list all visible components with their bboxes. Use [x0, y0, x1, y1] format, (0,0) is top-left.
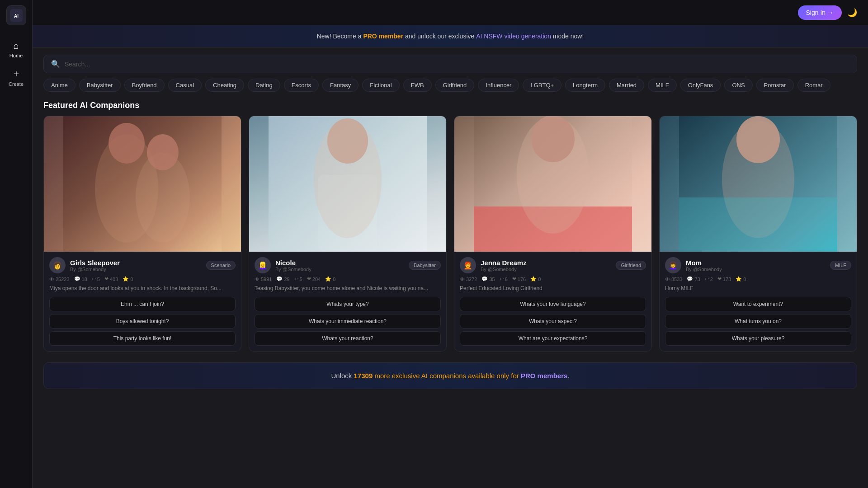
svg-point-9: [327, 118, 368, 164]
card-name-3: Jenna Dreamz: [481, 259, 611, 267]
tag-fictional[interactable]: Fictional: [362, 79, 399, 92]
tag-romar[interactable]: Romar: [797, 79, 830, 92]
stat-likes-1: ❤ 408: [104, 276, 118, 282]
card-header-4: 👩‍🦱 Mom By @Somebody MILF: [665, 257, 851, 273]
prompt-3-1[interactable]: Whats your aspect?: [460, 314, 646, 328]
card-prompts-4: Want to experiment? What turns you on? W…: [665, 297, 851, 346]
card-prompts-3: Whats your love language? Whats your asp…: [460, 297, 646, 346]
stat-replies-4: ↩ 2: [705, 276, 713, 282]
prompt-3-0[interactable]: Whats your love language?: [460, 297, 646, 311]
tag-fantasy[interactable]: Fantasy: [322, 79, 359, 92]
banner-text-pre: New! Become a: [317, 33, 363, 40]
banner-pro: PRO member: [363, 33, 403, 40]
stat-stars-4: ⭐ 0: [736, 276, 746, 282]
banner-text-post: mode now!: [551, 33, 584, 40]
card-jenna-dreamz[interactable]: 🧑‍🦰 Jenna Dreamz By @Somebody Girlfriend…: [454, 116, 652, 352]
tag-milf[interactable]: MILF: [648, 79, 677, 92]
svg-point-6: [147, 134, 179, 170]
prompt-1-2[interactable]: This party looks like fun!: [49, 331, 236, 346]
card-avatar-4: 👩‍🦱: [665, 257, 681, 273]
card-header-1: 👩 Girls Sleepover By @Somebody Scenario: [49, 257, 236, 273]
tag-influencer[interactable]: Influencer: [478, 79, 519, 92]
tag-married[interactable]: Married: [609, 79, 644, 92]
card-body-4: 👩‍🦱 Mom By @Somebody MILF 👁 8533 💬 73 ↩ …: [660, 252, 857, 351]
stat-views-1: 👁 25223: [49, 276, 70, 282]
svg-point-5: [108, 123, 145, 164]
unlock-count: 17309: [354, 372, 373, 380]
search-section: 🔍: [33, 47, 868, 73]
tag-onlyfans[interactable]: OnlyFans: [680, 79, 721, 92]
card-image-1: [44, 116, 241, 252]
tag-casual[interactable]: Casual: [168, 79, 202, 92]
sign-in-button[interactable]: Sign In →: [798, 5, 842, 20]
sidebar-item-create[interactable]: ＋ Create: [0, 63, 32, 91]
svg-point-14: [531, 116, 575, 162]
dark-mode-button[interactable]: 🌙: [847, 8, 857, 18]
card-desc-3: Perfect Educated Loving Girlfriend: [460, 285, 646, 292]
stat-chat-4: 💬 73: [687, 276, 700, 282]
card-prompts-2: Whats your type? Whats your immediate re…: [255, 297, 441, 346]
card-badge-3: Girlfriend: [616, 261, 646, 270]
card-body-1: 👩 Girls Sleepover By @Somebody Scenario …: [44, 252, 241, 351]
card-mom[interactable]: 👩‍🦱 Mom By @Somebody MILF 👁 8533 💬 73 ↩ …: [659, 116, 857, 352]
prompt-4-0[interactable]: Want to experiment?: [665, 297, 851, 311]
prompt-2-1[interactable]: Whats your immediate reaction?: [255, 314, 441, 328]
prompt-4-1[interactable]: What turns you on?: [665, 314, 851, 328]
tag-lgbtq[interactable]: LGBTQ+: [523, 79, 561, 92]
card-girls-sleepover[interactable]: 👩 Girls Sleepover By @Somebody Scenario …: [43, 116, 241, 352]
card-image-2: [249, 116, 446, 252]
stat-likes-4: ❤ 173: [717, 276, 731, 282]
card-stats-2: 👁 5991 💬 29 ↩ 5 ❤ 204 ⭐ 0: [255, 276, 441, 282]
svg-rect-18: [679, 197, 837, 252]
prompt-2-2[interactable]: Whats your reaction?: [255, 331, 441, 346]
stat-replies-1: ↩ 5: [92, 276, 100, 282]
stat-chat-3: 💬 35: [481, 276, 495, 282]
card-prompts-1: Ehm ... can I join? Boys allowed tonight…: [49, 297, 236, 346]
stat-likes-2: ❤ 204: [307, 276, 321, 282]
stat-chat-2: 💬 29: [276, 276, 289, 282]
prompt-4-2[interactable]: Whats your pleasure?: [665, 331, 851, 346]
tag-escorts[interactable]: Escorts: [284, 79, 319, 92]
stat-stars-1: ⭐ 0: [123, 276, 133, 282]
tag-anime[interactable]: Anime: [43, 79, 75, 92]
prompt-3-2[interactable]: What are your expectations?: [460, 331, 646, 346]
svg-text:AI: AI: [14, 14, 19, 19]
unlock-pro: PRO members: [521, 372, 567, 380]
card-image-3: [454, 116, 651, 252]
stat-likes-3: ❤ 176: [512, 276, 526, 282]
promo-banner: New! Become a PRO member and unlock our …: [33, 25, 868, 47]
card-desc-1: Miya opens the door and looks at you in …: [49, 285, 236, 292]
search-input[interactable]: [65, 61, 849, 68]
sidebar-item-home[interactable]: ⌂ Home: [0, 36, 32, 63]
tag-dating[interactable]: Dating: [248, 79, 280, 92]
banner-text-mid: and unlock our exclusive: [403, 33, 476, 40]
stat-stars-3: ⭐ 0: [530, 276, 541, 282]
stat-chat-1: 💬 18: [74, 276, 87, 282]
tag-cheating[interactable]: Cheating: [205, 79, 244, 92]
tags-section: Anime Babysitter Boyfriend Casual Cheati…: [33, 73, 868, 97]
card-desc-4: Horny MILF: [665, 285, 851, 292]
unlock-text-pre: Unlock: [331, 372, 354, 380]
create-icon: ＋: [12, 67, 21, 80]
prompt-2-0[interactable]: Whats your type?: [255, 297, 441, 311]
tag-babysitter[interactable]: Babysitter: [79, 79, 121, 92]
sidebar-home-label: Home: [9, 53, 23, 58]
card-nicole[interactable]: 👱‍♀️ Nicole By @Somebody Babysitter 👁 59…: [249, 116, 447, 352]
unlock-text-mid: more exclusive AI companions available o…: [373, 372, 521, 380]
stat-replies-2: ↩ 5: [294, 276, 302, 282]
tag-girlfriend[interactable]: Girlfriend: [435, 79, 475, 92]
prompt-1-0[interactable]: Ehm ... can I join?: [49, 297, 236, 311]
tag-ons[interactable]: ONS: [724, 79, 752, 92]
tag-fwb[interactable]: FWB: [403, 79, 432, 92]
card-body-2: 👱‍♀️ Nicole By @Somebody Babysitter 👁 59…: [249, 252, 446, 351]
tag-longterm[interactable]: Longterm: [565, 79, 605, 92]
prompt-1-1[interactable]: Boys allowed tonight?: [49, 314, 236, 328]
tag-pornstar[interactable]: Pornstar: [756, 79, 794, 92]
main-content: New! Become a PRO member and unlock our …: [33, 0, 868, 389]
card-stats-1: 👁 25223 💬 18 ↩ 5 ❤ 408 ⭐ 0: [49, 276, 236, 282]
svg-point-17: [736, 116, 780, 163]
tag-boyfriend[interactable]: Boyfriend: [124, 79, 165, 92]
sidebar: AI ⌂ Home ＋ Create: [0, 0, 33, 488]
card-by-4: By @Somebody: [686, 267, 826, 272]
stat-views-3: 👁 3272: [460, 276, 477, 282]
